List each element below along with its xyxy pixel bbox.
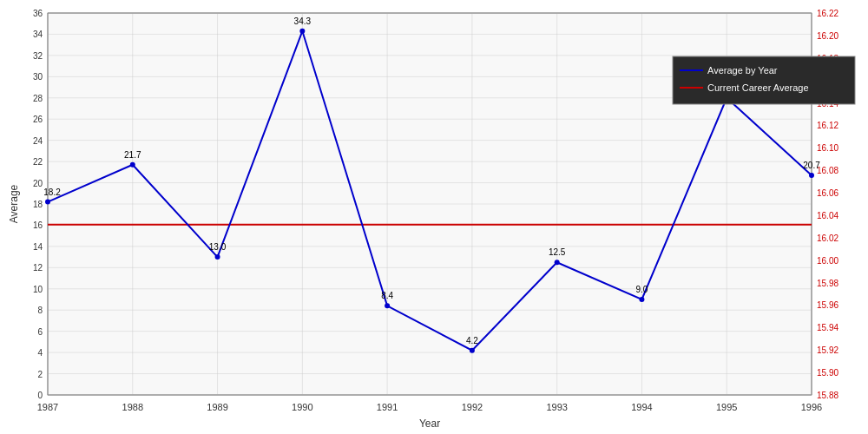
y-axis-label: 24: [33, 136, 43, 146]
y-axis-label: 12: [33, 263, 43, 273]
data-point: [470, 348, 475, 353]
y-axis-right-label: 16.00: [817, 256, 838, 266]
x-axis-label: 1991: [377, 402, 398, 412]
data-label: 20.7: [803, 161, 820, 170]
y-axis-label: 8: [37, 306, 43, 315]
data-label: 9.0: [635, 285, 648, 294]
x-axis-label: 1995: [716, 402, 737, 412]
x-axis-label: 1996: [801, 402, 822, 412]
y-axis-right-label: 16.12: [817, 121, 838, 130]
x-axis-label: 1993: [546, 402, 567, 412]
legend-box: [673, 56, 855, 104]
y-axis-right-label: 16.04: [817, 211, 838, 220]
data-point: [130, 162, 135, 168]
data-label: 18.2: [43, 187, 61, 197]
main-chart: 02468101214161820222426283032343615.8815…: [0, 0, 868, 434]
y-axis-right-label: 16.10: [817, 143, 838, 153]
y-axis-title: Average: [8, 184, 20, 223]
y-axis-right-label: 15.88: [817, 391, 838, 400]
data-point: [639, 297, 644, 302]
legend-avg-label: Average by Year: [707, 65, 778, 76]
y-axis-right-label: 15.98: [817, 279, 838, 288]
x-axis-label: 1992: [462, 402, 483, 412]
y-axis-label: 30: [33, 72, 43, 82]
y-axis-label: 4: [37, 348, 43, 358]
y-axis-right-label: 16.20: [817, 31, 838, 41]
y-axis-label: 14: [33, 242, 43, 252]
y-axis-label: 16: [33, 220, 43, 230]
x-axis-label: 1989: [207, 402, 227, 412]
y-axis-label: 2: [37, 370, 43, 379]
data-label: 13.0: [209, 242, 227, 252]
y-axis-right-label: 15.96: [817, 300, 838, 310]
data-label: 4.2: [466, 336, 478, 345]
data-point: [215, 254, 220, 260]
data-point: [45, 200, 50, 205]
y-axis-right-label: 16.22: [817, 9, 838, 18]
x-axis-label: 1990: [292, 402, 312, 412]
y-axis-label: 28: [33, 94, 43, 103]
y-axis-right-label: 15.94: [817, 323, 838, 332]
data-point: [299, 29, 305, 34]
y-axis-label: 26: [33, 115, 43, 124]
y-axis-label: 22: [33, 157, 43, 167]
x-axis-label: 1988: [122, 402, 143, 412]
data-point: [555, 260, 560, 265]
data-label: 12.5: [549, 247, 566, 257]
y-axis-right-label: 16.06: [817, 188, 838, 198]
chart-container: 02468101214161820222426283032343615.8815…: [0, 0, 868, 434]
x-axis-title: Year: [419, 418, 440, 430]
y-axis-right-label: 15.90: [817, 368, 838, 378]
y-axis-label: 0: [37, 391, 43, 400]
y-axis-label: 18: [33, 200, 43, 209]
y-axis-right-label: 16.02: [817, 233, 838, 243]
data-label: 34.3: [294, 16, 312, 26]
legend-career-label: Current Career Average: [707, 82, 809, 93]
x-axis-label: 1994: [631, 402, 652, 412]
y-axis-label: 36: [33, 9, 43, 18]
data-label: 8.4: [381, 291, 393, 300]
data-label: 21.7: [124, 150, 141, 160]
data-point: [385, 303, 390, 308]
data-point: [809, 173, 814, 178]
x-axis-label: 1987: [37, 402, 58, 412]
y-axis-label: 20: [33, 179, 43, 188]
y-axis-label: 32: [33, 51, 43, 61]
y-axis-label: 34: [33, 30, 43, 39]
y-axis-label: 10: [33, 285, 43, 294]
y-axis-right-label: 16.08: [817, 166, 838, 175]
y-axis-label: 6: [37, 327, 43, 337]
y-axis-right-label: 15.92: [817, 345, 838, 355]
